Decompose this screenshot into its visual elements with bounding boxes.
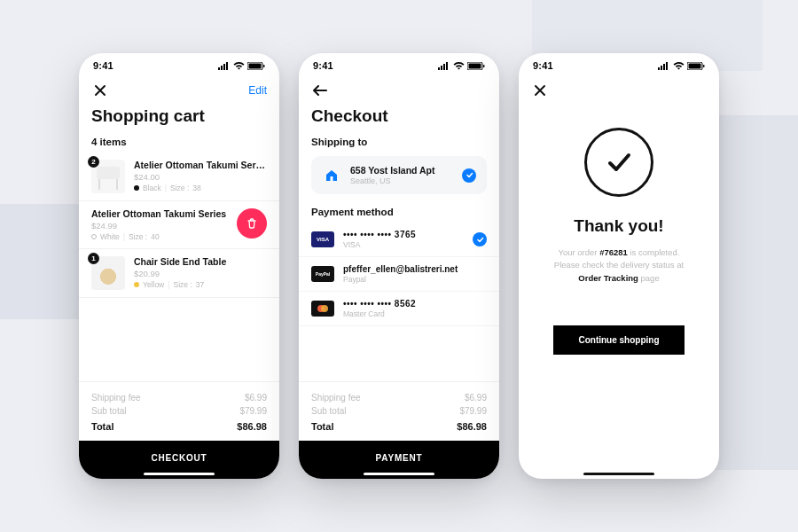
payment-method-row[interactable]: •••• •••• •••• 8562 Master Card	[299, 292, 499, 326]
product-name: Atelier Ottoman Takumi Series	[134, 160, 267, 170]
thank-you-message: Your order #76281 is completed. Please c…	[554, 246, 684, 285]
screen-cart: 9:41 Edit Shopping cart 4 items 2	[79, 53, 279, 479]
svg-rect-7	[438, 67, 440, 70]
svg-rect-6	[263, 65, 265, 67]
page-title: Checkout	[299, 101, 499, 133]
cart-item[interactable]: Atelier Ottoman Takumi Series $24.99 Whi…	[79, 201, 279, 249]
svg-rect-23	[703, 65, 705, 67]
payment-display: •••• •••• •••• 3765	[343, 230, 464, 239]
battery-icon	[687, 62, 705, 70]
home-indicator	[583, 473, 654, 475]
paypal-logo-icon: PayPal	[311, 266, 334, 282]
screen-checkout: 9:41 Checkout Shipping to	[299, 53, 499, 479]
payment-method-row[interactable]: PayPal pfeffer_ellen@balistreri.net Payp…	[299, 257, 499, 292]
status-bar: 9:41	[299, 53, 499, 78]
shipping-address-card[interactable]: 658 Yost Island Apt Seattle, US	[311, 156, 487, 194]
svg-rect-18	[661, 66, 662, 70]
svg-rect-19	[663, 64, 665, 70]
product-price: $20.99	[134, 269, 267, 278]
order-tracking-link[interactable]: Order Tracking	[578, 273, 638, 283]
arrow-left-icon	[313, 84, 327, 97]
svg-rect-14	[331, 176, 333, 181]
signal-icon	[218, 62, 231, 70]
cart-item[interactable]: 2 Atelier Ottoman Takumi Series $24.00 B…	[79, 153, 279, 201]
svg-rect-3	[226, 62, 228, 70]
status-bar: 9:41	[519, 53, 719, 78]
payment-brand: Paypal	[343, 275, 487, 284]
svg-rect-13	[483, 65, 485, 67]
totals: Shipping fee$6.99 Sub total$79.99 Total$…	[79, 381, 279, 441]
product-price: $24.99	[91, 221, 228, 231]
edit-link[interactable]: Edit	[248, 84, 267, 97]
page-title: Shopping cart	[79, 101, 279, 133]
close-icon	[94, 84, 106, 97]
svg-rect-20	[666, 62, 668, 70]
selected-check-icon	[462, 168, 476, 183]
payment-display: •••• •••• •••• 8562	[343, 299, 487, 309]
product-meta: Yellow | Size : 37	[134, 280, 267, 289]
product-name: Chair Side End Table	[134, 256, 267, 267]
payment-section-label: Payment method	[299, 203, 499, 223]
product-meta: White | Size : 40	[91, 232, 228, 241]
status-time: 9:41	[533, 60, 553, 71]
payment-brand: VISA	[343, 240, 464, 249]
order-number: #76281	[599, 247, 628, 257]
product-meta: Black | Size : 38	[134, 184, 267, 192]
wifi-icon	[453, 62, 465, 70]
delete-button[interactable]	[237, 208, 267, 239]
visa-logo-icon: VISA	[311, 231, 334, 247]
item-count: 4 items	[79, 133, 279, 153]
status-time: 9:41	[93, 60, 113, 71]
address-line1: 658 Yost Island Apt	[350, 165, 453, 176]
payment-display: pfeffer_ellen@balistreri.net	[343, 264, 487, 274]
color-swatch-icon	[134, 185, 139, 191]
status-indicators	[218, 62, 265, 70]
totals: Shipping fee$6.99 Sub total$79.99 Total$…	[299, 381, 499, 441]
nav-bar: Edit	[79, 78, 279, 101]
qty-badge: 1	[88, 253, 99, 264]
battery-icon	[467, 62, 485, 70]
battery-icon	[247, 62, 265, 70]
cart-item[interactable]: 1 Chair Side End Table $20.99 Yellow | S…	[79, 249, 279, 298]
close-button[interactable]	[531, 82, 549, 99]
svg-point-16	[321, 305, 328, 312]
payment-method-row[interactable]: VISA •••• •••• •••• 3765 VISA	[299, 223, 499, 257]
svg-rect-10	[446, 62, 448, 70]
nav-bar	[519, 78, 719, 101]
trash-icon	[246, 217, 258, 230]
svg-rect-1	[221, 66, 223, 70]
svg-rect-2	[223, 64, 225, 70]
address-line2: Seattle, US	[350, 176, 453, 185]
back-button[interactable]	[311, 82, 329, 99]
nav-bar	[299, 78, 499, 101]
svg-rect-12	[469, 63, 481, 68]
wifi-icon	[673, 62, 685, 70]
home-icon	[322, 166, 341, 185]
success-check-icon	[584, 128, 653, 197]
wifi-icon	[233, 62, 245, 70]
close-icon	[534, 84, 546, 97]
product-thumb: 2	[91, 160, 125, 193]
close-button[interactable]	[91, 82, 109, 99]
svg-rect-8	[441, 66, 442, 70]
svg-rect-5	[249, 63, 262, 68]
svg-rect-22	[689, 63, 701, 68]
status-time: 9:41	[313, 60, 333, 71]
color-swatch-icon	[91, 234, 97, 239]
mastercard-logo-icon	[311, 301, 334, 317]
color-swatch-icon	[134, 282, 139, 287]
signal-icon	[438, 62, 450, 70]
thank-you-title: Thank you!	[574, 216, 663, 236]
selected-check-icon	[473, 232, 487, 246]
svg-rect-17	[658, 67, 660, 70]
home-indicator	[364, 473, 434, 475]
home-indicator	[144, 473, 215, 475]
status-bar: 9:41	[79, 53, 279, 78]
svg-rect-0	[218, 67, 220, 70]
screen-thank-you: 9:41 Thank you! Your order #76281 is com…	[519, 53, 719, 479]
status-indicators	[438, 62, 485, 70]
product-price: $24.00	[134, 172, 267, 182]
continue-shopping-button[interactable]: Continue shopping	[553, 325, 684, 355]
status-indicators	[658, 62, 705, 70]
product-thumb: 1	[91, 256, 125, 290]
